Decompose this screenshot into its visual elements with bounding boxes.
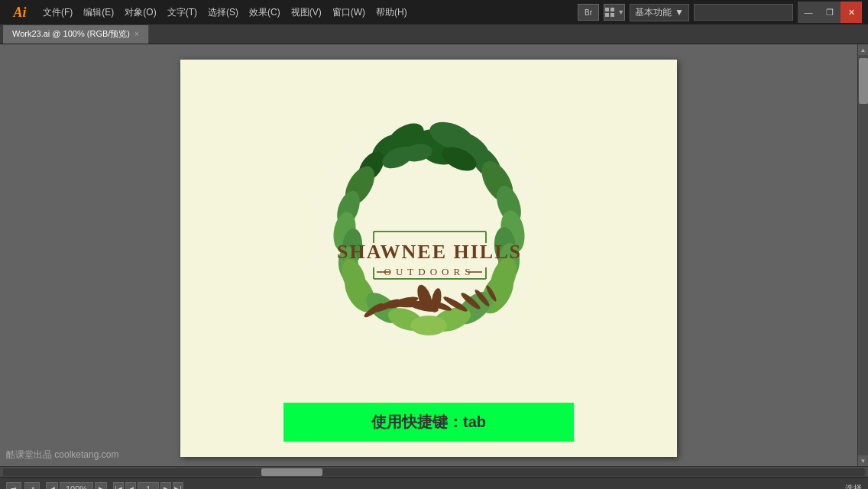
menu-select[interactable]: 选择(S) — [203, 3, 243, 22]
page-prev-button[interactable]: ◀ — [125, 482, 136, 490]
horizontal-scrollbar[interactable] — [0, 466, 868, 477]
window-controls: — ❐ ✕ — [798, 2, 862, 23]
tab-close-button[interactable]: × — [134, 31, 139, 38]
tab-label: Work23.ai @ 100% (RGB/预览) — [12, 28, 130, 40]
svg-rect-3 — [611, 13, 614, 17]
tool-status: 选择 — [845, 483, 862, 489]
document-canvas: SHAWNEE HILLS OUTDOORS — [180, 60, 677, 457]
menu-type[interactable]: 文字(T) — [163, 3, 202, 22]
minimize-button[interactable]: — — [798, 2, 819, 23]
page-next-button[interactable]: ▶ — [160, 482, 171, 490]
chevron-down-icon: ▼ — [675, 7, 684, 18]
canvas-area[interactable]: SHAWNEE HILLS OUTDOORS — [0, 44, 857, 466]
title-bar-right: Br ▼ 基本功能 ▼ — ❐ ✕ — [578, 2, 862, 23]
page-value: 1 — [138, 482, 159, 490]
page-first-button[interactable]: |◀ — [113, 482, 124, 490]
notification-bar: 使用快捷键：tab — [283, 403, 574, 442]
svg-rect-2 — [605, 13, 609, 17]
svg-point-24 — [410, 316, 447, 335]
grid-icon — [604, 7, 617, 18]
h-scroll-thumb[interactable] — [261, 468, 322, 476]
notification-text: 使用快捷键：tab — [371, 413, 486, 430]
restore-button[interactable]: ❐ — [819, 2, 840, 23]
main-layout: SHAWNEE HILLS OUTDOORS — [0, 44, 868, 466]
title-bar: Ai 文件(F) 编辑(E) 对象(O) 文字(T) 选择(S) 效果(C) 视… — [0, 0, 868, 24]
arrange-icon[interactable]: ⇄ — [6, 482, 21, 490]
artboard-icon[interactable]: ↗ — [24, 482, 40, 490]
svg-rect-1 — [611, 8, 614, 11]
logo-image: SHAWNEE HILLS OUTDOORS — [291, 98, 566, 373]
scroll-thumb[interactable] — [859, 58, 868, 104]
page-control: |◀ ◀ 1 ▶ ▶| — [113, 482, 183, 490]
menu-view[interactable]: 视图(V) — [287, 3, 326, 22]
svg-text:SHAWNEE HILLS: SHAWNEE HILLS — [337, 241, 522, 263]
zoom-control: ◀ 100% ▶ — [46, 482, 107, 490]
tab-bar: Work23.ai @ 100% (RGB/预览) × — [0, 24, 868, 44]
zoom-value: 100% — [60, 482, 93, 490]
status-bar: ⇄ ↗ ◀ 100% ▶ |◀ ◀ 1 ▶ ▶| 选择 — [0, 477, 868, 489]
app-logo: Ai — [6, 0, 34, 24]
page-last-button[interactable]: ▶| — [173, 482, 183, 490]
zoom-prev-button[interactable]: ◀ — [46, 482, 58, 490]
scroll-down-button[interactable]: ▼ — [858, 455, 869, 466]
watermark: 酷课堂出品 coolketang.com — [6, 449, 118, 461]
menu-window[interactable]: 窗口(W) — [328, 3, 370, 22]
search-input[interactable] — [694, 4, 793, 21]
menu-bar: 文件(F) 编辑(E) 对象(O) 文字(T) 选择(S) 效果(C) 视图(V… — [38, 3, 573, 22]
svg-text:OUTDOORS: OUTDOORS — [384, 266, 475, 277]
scrollbar-right[interactable]: ▲ ▼ — [857, 44, 868, 466]
document-tab[interactable]: Work23.ai @ 100% (RGB/预览) × — [3, 25, 149, 44]
workspace-dropdown[interactable]: 基本功能 ▼ — [630, 4, 689, 21]
menu-effect[interactable]: 效果(C) — [245, 3, 285, 22]
menu-object[interactable]: 对象(O) — [120, 3, 160, 22]
scroll-up-button[interactable]: ▲ — [858, 44, 869, 55]
close-button[interactable]: ✕ — [840, 2, 862, 23]
zoom-next-button[interactable]: ▶ — [95, 482, 107, 490]
menu-help[interactable]: 帮助(H) — [371, 3, 412, 22]
h-scroll-track[interactable] — [3, 468, 865, 476]
menu-edit[interactable]: 编辑(E) — [79, 3, 118, 22]
bridge-button[interactable]: Br — [578, 4, 599, 21]
svg-rect-0 — [605, 8, 609, 11]
status-icons: ⇄ ↗ — [6, 482, 40, 490]
view-toggle-button[interactable]: ▼ — [604, 4, 625, 21]
logo-area: SHAWNEE HILLS OUTDOORS — [180, 60, 677, 403]
menu-file[interactable]: 文件(F) — [38, 3, 77, 22]
